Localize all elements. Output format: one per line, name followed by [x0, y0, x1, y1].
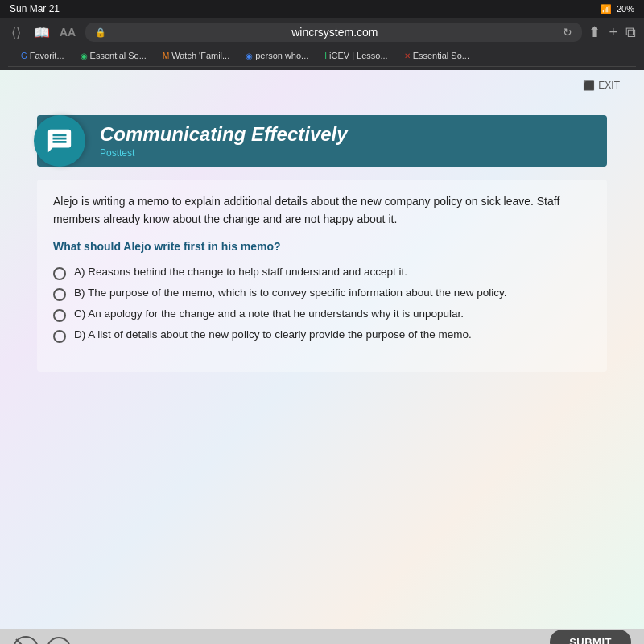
chat-icon — [46, 127, 73, 155]
tabs-button[interactable]: ⧉ — [625, 24, 636, 41]
option-a[interactable]: A) Reasons behind the change to help sta… — [53, 266, 591, 280]
exit-label: EXIT — [598, 80, 620, 91]
reload-button[interactable]: ↻ — [563, 26, 572, 39]
blocked-icon: ⊘ — [13, 636, 39, 644]
lock-icon: 🔒 — [95, 27, 106, 38]
bookmark-label: iCEV | Lesso... — [329, 51, 388, 60]
refresh-icon[interactable]: ↻ — [47, 637, 71, 644]
exit-icon: ⬛ — [583, 80, 595, 91]
option-c-text: C) An apology for the change and a note … — [74, 308, 464, 320]
bookmark-label: Essential So... — [90, 51, 147, 60]
icev-icon: I — [324, 52, 327, 60]
lesson-subtitle: Posttest — [100, 147, 348, 159]
wifi-icon: 📶 — [601, 4, 612, 14]
question-prompt: What should Alejo write first in his mem… — [53, 240, 591, 253]
bookmark-label: Essential So... — [413, 51, 469, 60]
bookmark-person[interactable]: ◉ person who... — [239, 49, 315, 62]
battery-indicator: 20% — [617, 4, 634, 14]
option-b-text: B) The purpose of the memo, which is to … — [74, 287, 507, 299]
exit-button[interactable]: ⬛ EXIT — [583, 80, 620, 91]
share-button[interactable]: ⬆ — [588, 23, 601, 41]
bookmark-favorites[interactable]: G Favorit... — [14, 49, 71, 62]
header-icon-circle — [34, 115, 85, 167]
content-wrapper: Communicating Effectively Posttest Alejo… — [24, 70, 620, 388]
person-icon: ◉ — [246, 52, 253, 60]
lesson-title: Communicating Effectively — [100, 123, 348, 146]
back-button[interactable]: ⟨⟩ — [8, 23, 24, 42]
lesson-header: Communicating Effectively Posttest — [37, 115, 607, 167]
option-d-text: D) A list of details about the new polic… — [74, 328, 472, 341]
essential-close-icon: ✕ — [404, 52, 411, 60]
text-size-button[interactable]: AA — [60, 26, 76, 39]
bookmark-label: Watch 'Famil... — [171, 51, 229, 60]
submit-button[interactable]: SUBMIT — [550, 630, 631, 645]
radio-b[interactable] — [53, 288, 66, 301]
bookmark-watch[interactable]: M Watch 'Famil... — [156, 49, 236, 62]
bottom-right: SUBMIT Question 15 of 18 — [550, 630, 631, 645]
radio-a[interactable] — [53, 267, 66, 280]
address-bar[interactable]: 🔒 wincrsystem.com ↻ — [85, 23, 582, 42]
option-d[interactable]: D) A list of details about the new polic… — [53, 328, 591, 343]
radio-d[interactable] — [53, 330, 66, 343]
browser-toolbar: ⟨⟩ 📖 AA 🔒 wincrsystem.com ↻ ⬆ + ⧉ — [8, 23, 636, 42]
url-text: wincrsystem.com — [111, 26, 558, 39]
question-content: Alejo is writing a memo to explain addit… — [37, 180, 607, 372]
toolbar-actions: ⬆ + ⧉ — [588, 23, 636, 41]
blocked-symbol: ⊘ — [21, 642, 31, 645]
bookmark-essential1[interactable]: ◉ Essential So... — [74, 49, 153, 62]
option-c[interactable]: C) An apology for the change and a note … — [53, 308, 591, 322]
date-time: Sun Mar 21 — [10, 3, 60, 14]
browser-content: ⬛ EXIT Communicating Effectively Posttes… — [0, 70, 644, 629]
google-icon: G — [21, 52, 27, 60]
options-list: A) Reasons behind the change to help sta… — [53, 266, 591, 343]
essential-icon-1: ◉ — [80, 52, 88, 60]
scenario-text: Alejo is writing a memo to explain addit… — [53, 192, 591, 229]
bottom-left-icons: ⊘ ↻ — [13, 636, 71, 644]
watch-icon: M — [163, 52, 169, 60]
option-a-text: A) Reasons behind the change to help sta… — [74, 266, 407, 278]
bookmarks-bar: G Favorit... ◉ Essential So... M Watch '… — [8, 47, 636, 67]
status-bar: Sun Mar 21 📶 20% — [0, 0, 644, 18]
bookmark-label: person who... — [255, 51, 308, 60]
bottom-bar: ⊘ ↻ SUBMIT Question 15 of 18 — [0, 629, 644, 644]
browser-chrome: ⟨⟩ 📖 AA 🔒 wincrsystem.com ↻ ⬆ + ⧉ G Favo… — [0, 18, 644, 70]
radio-c[interactable] — [53, 309, 66, 322]
bookmark-essential2[interactable]: ✕ Essential So... — [398, 49, 476, 62]
bookmark-label: Favorit... — [30, 51, 64, 60]
bookmarks-button[interactable]: 📖 — [31, 23, 53, 42]
option-b[interactable]: B) The purpose of the memo, which is to … — [53, 287, 591, 301]
status-icons: 📶 20% — [601, 4, 634, 14]
add-tab-button[interactable]: + — [609, 24, 617, 41]
header-text: Communicating Effectively Posttest — [85, 115, 362, 167]
bookmark-icev[interactable]: I iCEV | Lesso... — [318, 49, 394, 62]
